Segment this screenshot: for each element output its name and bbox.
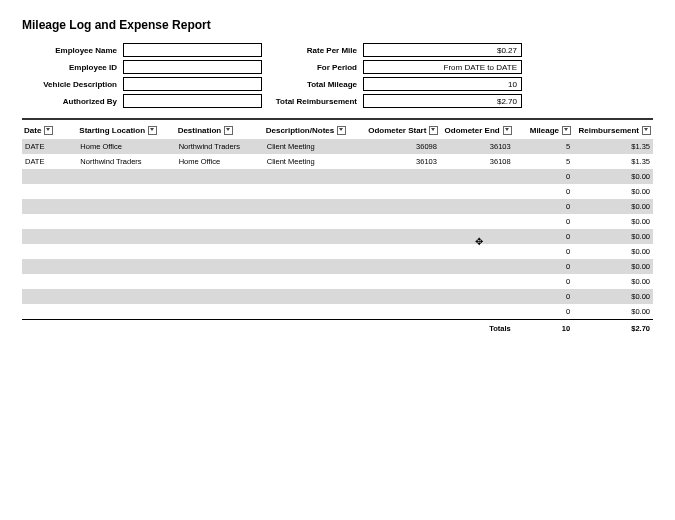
cell-ostart[interactable]	[366, 274, 440, 289]
cell-ostart[interactable]	[366, 214, 440, 229]
cell-reimb[interactable]: $0.00	[573, 244, 653, 259]
table-row[interactable]: DATEHome OfficeNorthwind TradersClient M…	[22, 139, 653, 154]
cell-oend[interactable]	[440, 289, 514, 304]
cell-desc[interactable]	[264, 304, 366, 320]
cell-start[interactable]	[77, 304, 175, 320]
table-row[interactable]: 0$0.00	[22, 304, 653, 320]
cell-desc[interactable]: Client Meeting	[264, 139, 366, 154]
cell-oend[interactable]	[440, 199, 514, 214]
cell-date[interactable]	[22, 244, 77, 259]
cell-start[interactable]: Home Office	[77, 139, 175, 154]
cell-reimb[interactable]: $0.00	[573, 259, 653, 274]
cell-oend[interactable]: 36108	[440, 154, 514, 169]
cell-dest[interactable]	[176, 199, 264, 214]
cell-desc[interactable]	[264, 274, 366, 289]
cell-start[interactable]	[77, 214, 175, 229]
cell-ostart[interactable]	[366, 259, 440, 274]
cell-desc[interactable]	[264, 229, 366, 244]
cell-mileage[interactable]: 0	[514, 289, 573, 304]
cell-reimb[interactable]: $1.35	[573, 139, 653, 154]
authorized-by-input[interactable]	[123, 94, 262, 108]
cell-oend[interactable]	[440, 274, 514, 289]
cell-ostart[interactable]	[366, 304, 440, 320]
col-date[interactable]: Date	[22, 122, 77, 139]
cell-desc[interactable]	[264, 259, 366, 274]
cell-ostart[interactable]: 36098	[366, 139, 440, 154]
cell-mileage[interactable]: 0	[514, 214, 573, 229]
cell-mileage[interactable]: 0	[514, 199, 573, 214]
vehicle-description-input[interactable]	[123, 77, 262, 91]
table-row[interactable]: DATENorthwind TradersHome OfficeClient M…	[22, 154, 653, 169]
cell-ostart[interactable]	[366, 169, 440, 184]
cell-desc[interactable]	[264, 199, 366, 214]
table-row[interactable]: 0$0.00	[22, 184, 653, 199]
cell-reimb[interactable]: $0.00	[573, 184, 653, 199]
cell-date[interactable]: DATE	[22, 154, 77, 169]
cell-date[interactable]	[22, 199, 77, 214]
employee-name-input[interactable]	[123, 43, 262, 57]
cell-ostart[interactable]	[366, 244, 440, 259]
cell-dest[interactable]	[176, 244, 264, 259]
cell-date[interactable]	[22, 304, 77, 320]
cell-desc[interactable]	[264, 244, 366, 259]
cell-start[interactable]	[77, 244, 175, 259]
cell-desc[interactable]	[264, 184, 366, 199]
cell-date[interactable]	[22, 289, 77, 304]
cell-reimb[interactable]: $0.00	[573, 169, 653, 184]
filter-icon[interactable]	[642, 126, 651, 135]
col-mileage[interactable]: Mileage	[514, 122, 573, 139]
cell-reimb[interactable]: $1.35	[573, 154, 653, 169]
cell-start[interactable]	[77, 274, 175, 289]
cell-oend[interactable]	[440, 214, 514, 229]
cell-ostart[interactable]	[366, 289, 440, 304]
cell-date[interactable]: DATE	[22, 139, 77, 154]
cell-dest[interactable]: Home Office	[176, 154, 264, 169]
table-row[interactable]: 0$0.00	[22, 169, 653, 184]
cell-reimb[interactable]: $0.00	[573, 304, 653, 320]
cell-dest[interactable]	[176, 274, 264, 289]
col-odometer-end[interactable]: Odometer End	[440, 122, 514, 139]
cell-mileage[interactable]: 5	[514, 154, 573, 169]
cell-date[interactable]	[22, 169, 77, 184]
cell-dest[interactable]	[176, 289, 264, 304]
cell-mileage[interactable]: 0	[514, 244, 573, 259]
cell-start[interactable]	[77, 199, 175, 214]
col-description[interactable]: Description/Notes	[264, 122, 366, 139]
table-row[interactable]: 0$0.00	[22, 274, 653, 289]
cell-start[interactable]	[77, 184, 175, 199]
cell-dest[interactable]: Northwind Traders	[176, 139, 264, 154]
cell-mileage[interactable]: 0	[514, 274, 573, 289]
cell-date[interactable]	[22, 214, 77, 229]
cell-dest[interactable]	[176, 214, 264, 229]
cell-ostart[interactable]	[366, 229, 440, 244]
cell-dest[interactable]	[176, 229, 264, 244]
col-destination[interactable]: Destination	[176, 122, 264, 139]
cell-ostart[interactable]	[366, 184, 440, 199]
table-row[interactable]: 0$0.00	[22, 214, 653, 229]
cell-start[interactable]: Northwind Traders	[77, 154, 175, 169]
employee-id-input[interactable]	[123, 60, 262, 74]
cell-mileage[interactable]: 0	[514, 259, 573, 274]
cell-dest[interactable]	[176, 304, 264, 320]
cell-ostart[interactable]	[366, 199, 440, 214]
cell-date[interactable]	[22, 274, 77, 289]
cell-reimb[interactable]: $0.00	[573, 289, 653, 304]
cell-dest[interactable]	[176, 169, 264, 184]
cell-start[interactable]	[77, 229, 175, 244]
filter-icon[interactable]	[148, 126, 157, 135]
cell-desc[interactable]	[264, 289, 366, 304]
cell-start[interactable]	[77, 289, 175, 304]
cell-oend[interactable]	[440, 184, 514, 199]
table-row[interactable]: 0$0.00	[22, 199, 653, 214]
cell-start[interactable]	[77, 169, 175, 184]
cell-oend[interactable]	[440, 304, 514, 320]
col-reimbursement[interactable]: Reimbursement	[573, 122, 653, 139]
table-row[interactable]: 0$0.00	[22, 259, 653, 274]
filter-icon[interactable]	[337, 126, 346, 135]
cell-desc[interactable]	[264, 214, 366, 229]
rate-per-mile-value[interactable]: $0.27	[363, 43, 522, 57]
filter-icon[interactable]	[224, 126, 233, 135]
cell-date[interactable]	[22, 184, 77, 199]
cell-oend[interactable]: 36103	[440, 139, 514, 154]
cell-mileage[interactable]: 0	[514, 229, 573, 244]
